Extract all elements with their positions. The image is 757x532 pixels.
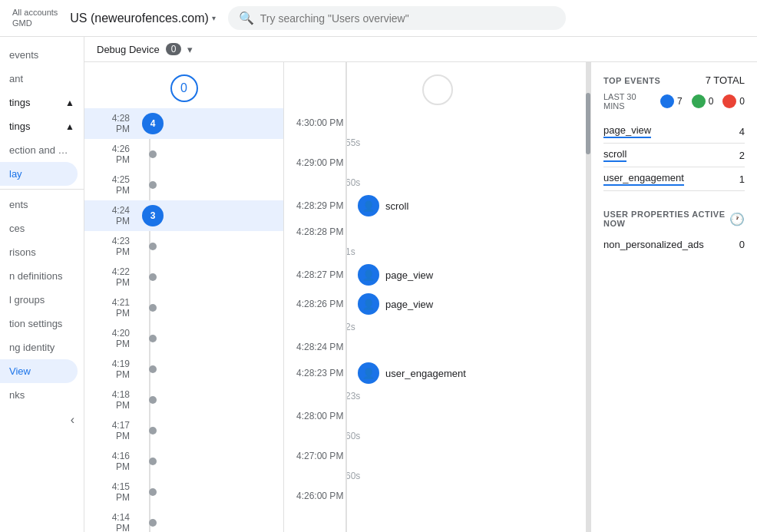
- top-events-total: 7 TOTAL: [706, 74, 745, 86]
- top-events-meta: LAST 30 MINS 7 0 0: [603, 92, 745, 111]
- center-event-time: 4:28:26 PM: [296, 299, 358, 309]
- timeline-dot-wrap: [139, 150, 167, 158]
- timeline-zero-circle: 0: [170, 74, 198, 102]
- sidebar-item-lay[interactable]: lay: [0, 162, 78, 186]
- timeline-dot: [149, 335, 157, 342]
- timeline-dot-highlighted: 4: [142, 113, 164, 134]
- timeline-dot-wrap: [139, 304, 167, 312]
- center-top-circle: [422, 74, 453, 105]
- debug-count-badge: 0: [166, 43, 182, 55]
- timeline-left: 0 4:28 PM 4: [84, 62, 284, 532]
- user-properties-title: USER PROPERTIES ACTIVE NOW: [603, 210, 729, 228]
- sidebar-item-lgroups[interactable]: l groups: [0, 288, 84, 312]
- timeline-row: 4:21 PM: [84, 292, 283, 323]
- timeline-dot-wrap: [139, 488, 167, 496]
- timeline-dot-wrap: [139, 181, 167, 189]
- sidebar-item-gidentity[interactable]: ng identity: [0, 335, 84, 359]
- badge-green: [692, 94, 706, 108]
- timeline-dot-wrap: [139, 335, 167, 342]
- badge-red: [722, 94, 736, 108]
- center-event-name[interactable]: scroll: [385, 200, 408, 212]
- chevron-up-icon-2: ▲: [65, 121, 74, 132]
- debug-dropdown-arrow[interactable]: ▾: [187, 44, 193, 55]
- timeline-row: 4:25 PM: [84, 170, 283, 200]
- timeline-dot: [149, 243, 157, 250]
- timeline-dot: [149, 427, 157, 435]
- timeline-dot: [149, 304, 157, 312]
- scrollbar[interactable]: [586, 62, 590, 532]
- user-icon: 👤: [358, 264, 379, 286]
- timeline-row: 4:19 PM: [84, 354, 283, 385]
- sidebar-item-ection[interactable]: ection and modifica...: [0, 138, 84, 162]
- sidebar-item-ents[interactable]: ents: [0, 193, 84, 216]
- sidebar-item-tionsettings[interactable]: tion settings: [0, 312, 84, 335]
- prop-row: non_personalized_ads 0: [603, 234, 745, 255]
- center-duration-label: 2s: [284, 319, 590, 335]
- timeline-row: 4:18 PM: [84, 385, 283, 415]
- event-name-pageview[interactable]: page_view: [603, 124, 651, 138]
- scrollbar-thumb[interactable]: [586, 93, 590, 154]
- center-event-name[interactable]: page_view: [385, 269, 433, 281]
- center-event-row: 4:28:29 PM 👤 scroll: [284, 191, 590, 220]
- center-duration-row: 4:30:00 PM: [284, 111, 590, 134]
- event-name-scroll[interactable]: scroll: [603, 148, 626, 162]
- sidebar-item-nks[interactable]: nks: [0, 383, 84, 407]
- timeline-dot-wrap: [139, 519, 167, 527]
- event-count-scroll: 2: [739, 150, 745, 161]
- timeline-dot: [149, 396, 157, 404]
- center-event-row: 4:28:24 PM: [284, 335, 590, 359]
- center-header: [284, 62, 590, 111]
- timeline-row: 4:17 PM: [84, 415, 283, 446]
- center-duration-label: 60s: [284, 428, 590, 444]
- property-selector[interactable]: US (neweurofences.com) ▾: [70, 12, 216, 25]
- sidebar-item-risons[interactable]: risons: [0, 240, 84, 264]
- timeline-time: 4:14 PM: [97, 512, 139, 532]
- sidebar-item-ant[interactable]: ant: [0, 67, 84, 91]
- sidebar-item-tings2[interactable]: tings ▲: [0, 114, 84, 138]
- timeline-time: 4:23 PM: [97, 236, 139, 257]
- event-row-user-engagement: user_engagement 1: [603, 167, 745, 191]
- history-icon[interactable]: 🕐: [729, 212, 745, 226]
- timeline-dot-wrap: [139, 243, 167, 250]
- badge-red-count: 0: [739, 96, 745, 107]
- center-event-time: 4:26:00 PM: [296, 491, 358, 501]
- event-name-user-engagement[interactable]: user_engagement: [603, 172, 684, 186]
- search-bar[interactable]: 🔍: [228, 6, 566, 30]
- event-count-user-engagement: 1: [739, 173, 745, 185]
- timeline-row: 4:14 PM: [84, 507, 283, 532]
- timeline-dot: [149, 181, 157, 189]
- search-icon: 🔍: [239, 11, 254, 25]
- timeline-header: 0: [84, 62, 283, 108]
- user-icon: 👤: [358, 362, 379, 384]
- sidebar-item-view[interactable]: View: [0, 359, 78, 383]
- timeline-row: 4:16 PM: [84, 446, 283, 477]
- user-properties-section: USER PROPERTIES ACTIVE NOW 🕐 non_persona…: [603, 210, 745, 255]
- chevron-up-icon: ▲: [65, 97, 74, 108]
- search-input[interactable]: [260, 12, 555, 25]
- center-event-time: 4:28:00 PM: [296, 411, 358, 421]
- badge-red-group: 0: [722, 94, 745, 108]
- center-event-name[interactable]: page_view: [385, 299, 433, 310]
- timeline-dot-wrap: [139, 365, 167, 373]
- center-event-time: 4:29:00 PM: [296, 157, 358, 168]
- sidebar-item-ndefinitions[interactable]: n definitions: [0, 264, 84, 288]
- debug-device-label: Debug Device: [97, 44, 160, 55]
- sidebar-item-ces[interactable]: events: [0, 43, 84, 67]
- center-event-name[interactable]: user_engagement: [385, 368, 466, 379]
- center-event-time: 4:28:27 PM: [296, 269, 358, 280]
- collapse-sidebar-button[interactable]: ‹: [71, 413, 74, 427]
- timeline-time: 4:17 PM: [97, 420, 139, 441]
- center-duration-label: 23s: [284, 388, 590, 405]
- timeline-row: 4:20 PM: [84, 323, 283, 354]
- sidebar-item-tings[interactable]: tings ▲: [0, 91, 84, 114]
- timeline-row: 4:15 PM: [84, 477, 283, 507]
- center-event-row: 4:28:26 PM 👤 page_view: [284, 289, 590, 319]
- sidebar: events ant tings ▲ tings ▲ ection and mo…: [0, 37, 84, 532]
- badge-green-count: 0: [709, 96, 714, 107]
- app-logo: All accounts GMD: [12, 8, 58, 28]
- timeline-row: 4:22 PM: [84, 262, 283, 292]
- center-duration-row: 4:26:00 PM: [284, 484, 590, 507]
- timeline-row: 4:28 PM 4: [84, 108, 283, 139]
- timeline-row: 4:24 PM 3: [84, 200, 283, 231]
- sidebar-item-ces2[interactable]: ces: [0, 216, 84, 240]
